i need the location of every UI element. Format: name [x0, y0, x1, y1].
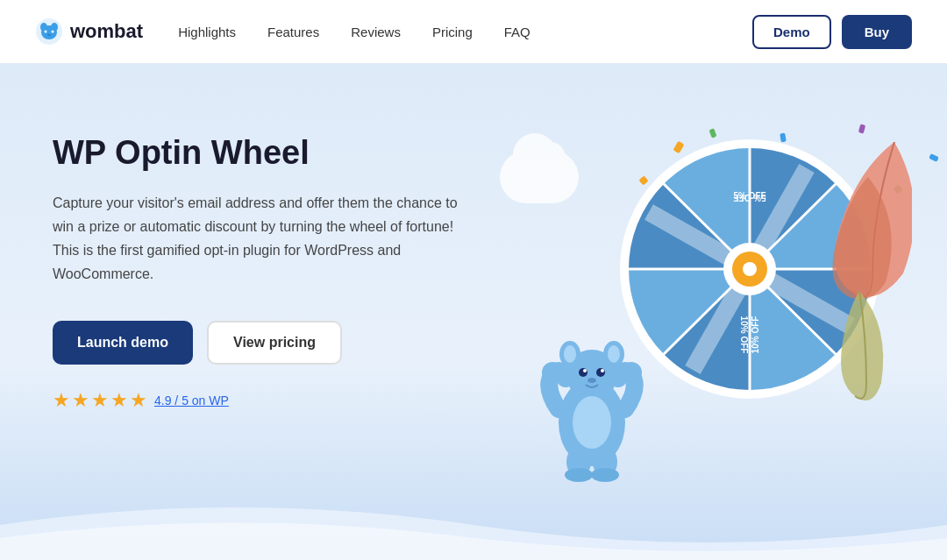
svg-text:5% OFF: 5% OFF [733, 193, 765, 202]
wave-decoration [0, 490, 947, 560]
nav-link-reviews[interactable]: Reviews [351, 25, 401, 39]
svg-text:10% OFF: 10% OFF [751, 316, 760, 354]
cloud-decoration [500, 151, 579, 203]
svg-point-26 [743, 262, 757, 276]
launch-demo-button[interactable]: Launch demo [53, 321, 193, 365]
hero-description: Capture your visitor's email address and… [53, 191, 474, 287]
svg-point-2 [40, 23, 47, 32]
svg-point-44 [565, 468, 593, 482]
rating: ★ ★ ★ ★ ★ 4.9 / 5 on WP [53, 389, 509, 412]
nav-link-faq[interactable]: FAQ [504, 25, 530, 39]
nav-link-features[interactable]: Features [267, 25, 319, 39]
star-3: ★ [91, 389, 109, 412]
star-2: ★ [72, 389, 89, 412]
confetti-6 [858, 124, 865, 133]
star-4: ★ [110, 389, 128, 412]
confetti-8 [929, 153, 939, 162]
hero-section: WP Optin Wheel Capture your visitor's em… [0, 63, 947, 560]
svg-point-45 [591, 468, 619, 482]
svg-point-34 [579, 368, 587, 377]
svg-point-36 [583, 369, 587, 372]
svg-point-33 [608, 345, 620, 363]
nav-link-highlights[interactable]: Highlights [178, 25, 236, 39]
svg-point-40 [621, 362, 642, 383]
hero-buttons: Launch demo View pricing [53, 321, 509, 365]
nav-actions: Demo Buy [752, 15, 912, 49]
leaf-decoration [789, 133, 912, 414]
hero-content: WP Optin Wheel Capture your visitor's em… [53, 116, 509, 412]
hero-title: WP Optin Wheel [53, 133, 509, 174]
svg-text:10% OFF: 10% OFF [739, 316, 749, 354]
star-5: ★ [130, 389, 147, 412]
stars: ★ ★ ★ ★ ★ [53, 389, 147, 412]
svg-point-37 [601, 369, 604, 372]
svg-point-38 [587, 378, 596, 383]
nav-link-pricing[interactable]: Pricing [432, 25, 473, 39]
hero-illustration: 5% OFF 10% OFF 5% OFF 10% OFF [509, 116, 912, 519]
nav-links: Highlights Features Reviews Pricing FAQ [178, 25, 752, 39]
demo-button[interactable]: Demo [752, 15, 831, 49]
svg-point-3 [51, 23, 58, 32]
svg-point-39 [542, 362, 563, 383]
mascot-character [535, 308, 649, 484]
buy-button[interactable]: Buy [842, 15, 912, 49]
svg-point-6 [47, 34, 51, 36]
view-pricing-button[interactable]: View pricing [207, 321, 342, 365]
navbar: wombat Highlights Features Reviews Prici… [0, 0, 947, 63]
svg-point-5 [52, 31, 54, 33]
svg-point-35 [596, 368, 605, 377]
svg-point-32 [564, 345, 576, 363]
svg-point-41 [573, 396, 611, 449]
svg-point-4 [45, 31, 47, 33]
star-1: ★ [53, 389, 70, 412]
logo[interactable]: wombat [35, 18, 143, 46]
rating-link[interactable]: 4.9 / 5 on WP [154, 393, 229, 408]
